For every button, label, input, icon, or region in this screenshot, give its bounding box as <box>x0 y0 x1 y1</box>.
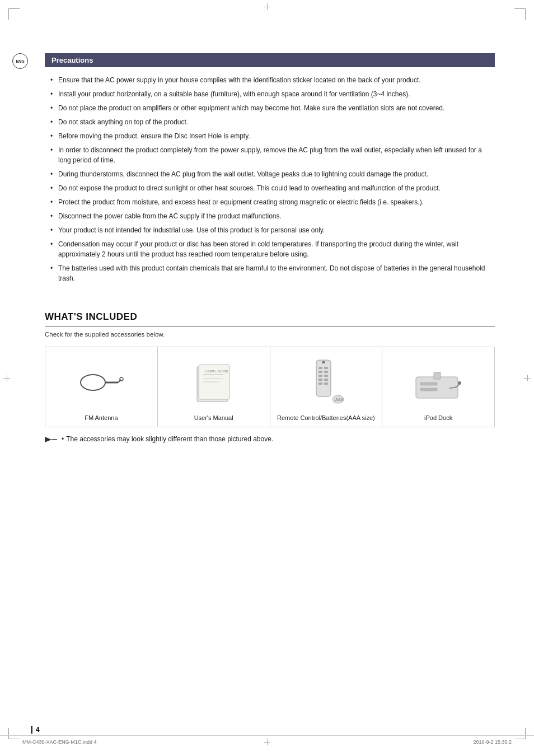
fm-antenna-label: FM Antenna <box>85 414 118 421</box>
svg-point-28 <box>458 381 461 385</box>
note-bullet: • <box>62 435 64 443</box>
precaution-item: Install your product horizontally, on a … <box>50 89 495 99</box>
footer-left: MM-C430-XAC-ENG-M1C.indd 4 <box>22 739 97 745</box>
svg-rect-10 <box>316 360 331 396</box>
precaution-item: Do not place the product on amplifiers o… <box>50 103 495 113</box>
svg-rect-20 <box>324 382 328 385</box>
remote-image: AAA <box>298 357 354 408</box>
precaution-item: Before moving the product, ensure the Di… <box>50 131 495 141</box>
corner-mark-tr <box>514 8 526 20</box>
eng-badge: ENG <box>12 53 28 69</box>
page: ENG Precautions Ensure that the AC power… <box>0 0 534 756</box>
accessory-manual: USER's GUIDE User's Manual <box>158 347 270 427</box>
svg-point-0 <box>81 375 105 390</box>
precautions-header: Precautions <box>45 53 495 67</box>
included-subtitle: Check for the supplied accessories below… <box>45 331 495 338</box>
precaution-item: Protect the product from moisture, and e… <box>50 197 495 207</box>
precaution-item: The batteries used with this product con… <box>50 263 495 283</box>
included-title: WHAT'S INCLUDED <box>45 311 495 326</box>
accessories-note: • The accessories may look slightly diff… <box>45 435 495 444</box>
dock-label: iPod Dock <box>424 414 452 421</box>
svg-rect-14 <box>324 371 328 373</box>
svg-point-3 <box>120 377 123 381</box>
svg-text:AAA: AAA <box>335 398 343 402</box>
remote-label: Remote Control/Batteries(AAA size) <box>277 414 375 421</box>
precautions-list: Ensure that the AC power supply in your … <box>50 75 495 283</box>
precautions-section: Precautions Ensure that the AC power sup… <box>45 53 495 283</box>
svg-rect-15 <box>318 375 322 377</box>
svg-rect-25 <box>420 382 437 385</box>
note-arrow-icon <box>45 436 57 444</box>
manual-image: USER's GUIDE <box>186 357 242 408</box>
corner-mark-tl <box>8 8 20 20</box>
precaution-item: Do not expose the product to direct sunl… <box>50 183 495 193</box>
svg-text:USER's GUIDE: USER's GUIDE <box>205 370 228 373</box>
bottom-bar: MM-C430-XAC-ENG-M1C.indd 4 2010-9-2 15:3… <box>0 735 534 745</box>
svg-rect-26 <box>420 388 437 391</box>
svg-rect-12 <box>324 367 328 369</box>
accessories-grid: FM Antenna USER's GUIDE <box>45 347 495 427</box>
precaution-item: In order to disconnect the product compl… <box>50 145 495 165</box>
precaution-item: During thunderstorms, disconnect the AC … <box>50 169 495 179</box>
precaution-item: Disconnect the power cable from the AC s… <box>50 211 495 221</box>
accessory-remote: AAA Remote Control/Batteries(AAA size) <box>270 347 383 427</box>
accessory-dock: iPod Dock <box>382 347 494 427</box>
svg-rect-11 <box>318 367 322 369</box>
footer-right: 2010-9-2 15:30:2 <box>473 739 512 745</box>
svg-rect-19 <box>318 382 322 385</box>
precaution-item: Ensure that the AC power supply in your … <box>50 75 495 85</box>
page-number: 4 <box>31 726 40 734</box>
svg-rect-18 <box>324 379 328 381</box>
svg-rect-13 <box>318 371 322 373</box>
accessory-fm-antenna: FM Antenna <box>45 347 158 427</box>
fm-antenna-image <box>73 357 129 408</box>
svg-rect-21 <box>322 361 325 363</box>
precaution-item: Your product is not intended for industr… <box>50 225 495 235</box>
precaution-item: Do not stack anything on top of the prod… <box>50 117 495 127</box>
dock-image <box>410 357 466 408</box>
included-section: WHAT'S INCLUDED Check for the supplied a… <box>45 311 495 444</box>
svg-rect-27 <box>434 372 441 379</box>
svg-rect-17 <box>318 379 322 381</box>
svg-marker-29 <box>45 437 51 442</box>
precaution-item: Condensation may occur if your product o… <box>50 239 495 259</box>
svg-rect-16 <box>324 375 328 377</box>
manual-label: User's Manual <box>194 414 233 421</box>
note-text: The accessories may look slightly differ… <box>66 435 273 443</box>
